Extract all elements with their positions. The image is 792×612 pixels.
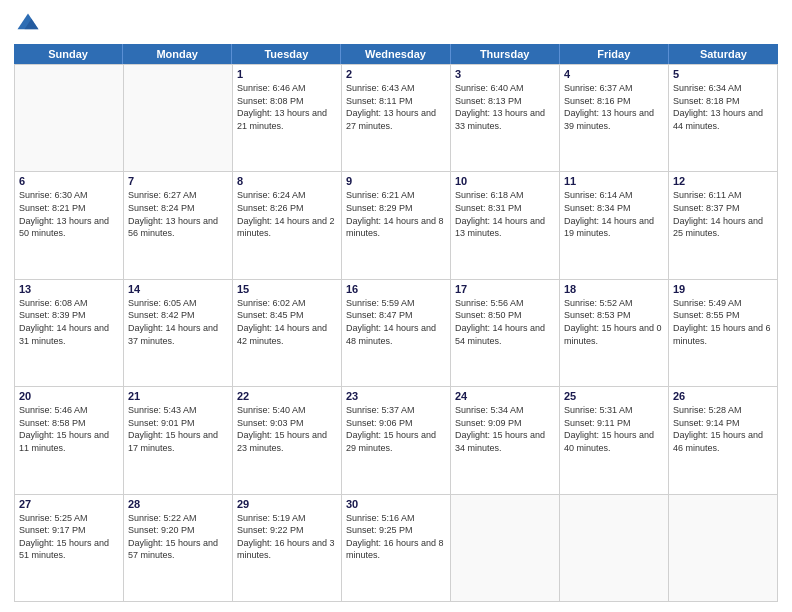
day-info: Sunrise: 6:43 AM Sunset: 8:11 PM Dayligh… xyxy=(346,82,446,132)
day-info: Sunrise: 5:22 AM Sunset: 9:20 PM Dayligh… xyxy=(128,512,228,562)
day-cell-28: 28Sunrise: 5:22 AM Sunset: 9:20 PM Dayli… xyxy=(124,495,233,602)
day-info: Sunrise: 5:40 AM Sunset: 9:03 PM Dayligh… xyxy=(237,404,337,454)
day-cell-10: 10Sunrise: 6:18 AM Sunset: 8:31 PM Dayli… xyxy=(451,172,560,279)
day-info: Sunrise: 6:24 AM Sunset: 8:26 PM Dayligh… xyxy=(237,189,337,239)
day-cell-26: 26Sunrise: 5:28 AM Sunset: 9:14 PM Dayli… xyxy=(669,387,778,494)
day-cell-5: 5Sunrise: 6:34 AM Sunset: 8:18 PM Daylig… xyxy=(669,65,778,172)
calendar-body: 1Sunrise: 6:46 AM Sunset: 8:08 PM Daylig… xyxy=(14,64,778,602)
day-info: Sunrise: 6:14 AM Sunset: 8:34 PM Dayligh… xyxy=(564,189,664,239)
day-info: Sunrise: 5:49 AM Sunset: 8:55 PM Dayligh… xyxy=(673,297,773,347)
day-info: Sunrise: 5:46 AM Sunset: 8:58 PM Dayligh… xyxy=(19,404,119,454)
day-info: Sunrise: 6:05 AM Sunset: 8:42 PM Dayligh… xyxy=(128,297,228,347)
empty-cell xyxy=(124,65,233,172)
day-info: Sunrise: 6:34 AM Sunset: 8:18 PM Dayligh… xyxy=(673,82,773,132)
day-number: 15 xyxy=(237,283,337,295)
day-info: Sunrise: 5:52 AM Sunset: 8:53 PM Dayligh… xyxy=(564,297,664,347)
day-number: 25 xyxy=(564,390,664,402)
day-info: Sunrise: 6:37 AM Sunset: 8:16 PM Dayligh… xyxy=(564,82,664,132)
day-number: 10 xyxy=(455,175,555,187)
day-number: 24 xyxy=(455,390,555,402)
day-info: Sunrise: 5:59 AM Sunset: 8:47 PM Dayligh… xyxy=(346,297,446,347)
day-info: Sunrise: 6:21 AM Sunset: 8:29 PM Dayligh… xyxy=(346,189,446,239)
day-number: 4 xyxy=(564,68,664,80)
day-number: 18 xyxy=(564,283,664,295)
day-info: Sunrise: 6:02 AM Sunset: 8:45 PM Dayligh… xyxy=(237,297,337,347)
day-cell-8: 8Sunrise: 6:24 AM Sunset: 8:26 PM Daylig… xyxy=(233,172,342,279)
day-number: 19 xyxy=(673,283,773,295)
day-number: 14 xyxy=(128,283,228,295)
day-info: Sunrise: 5:37 AM Sunset: 9:06 PM Dayligh… xyxy=(346,404,446,454)
header-day-sunday: Sunday xyxy=(14,44,123,64)
empty-cell xyxy=(560,495,669,602)
day-cell-27: 27Sunrise: 5:25 AM Sunset: 9:17 PM Dayli… xyxy=(15,495,124,602)
day-cell-15: 15Sunrise: 6:02 AM Sunset: 8:45 PM Dayli… xyxy=(233,280,342,387)
empty-cell xyxy=(451,495,560,602)
header-day-friday: Friday xyxy=(560,44,669,64)
day-cell-1: 1Sunrise: 6:46 AM Sunset: 8:08 PM Daylig… xyxy=(233,65,342,172)
day-info: Sunrise: 5:56 AM Sunset: 8:50 PM Dayligh… xyxy=(455,297,555,347)
day-number: 23 xyxy=(346,390,446,402)
day-number: 20 xyxy=(19,390,119,402)
day-cell-24: 24Sunrise: 5:34 AM Sunset: 9:09 PM Dayli… xyxy=(451,387,560,494)
day-number: 1 xyxy=(237,68,337,80)
day-cell-29: 29Sunrise: 5:19 AM Sunset: 9:22 PM Dayli… xyxy=(233,495,342,602)
day-cell-23: 23Sunrise: 5:37 AM Sunset: 9:06 PM Dayli… xyxy=(342,387,451,494)
day-cell-21: 21Sunrise: 5:43 AM Sunset: 9:01 PM Dayli… xyxy=(124,387,233,494)
day-number: 9 xyxy=(346,175,446,187)
day-cell-18: 18Sunrise: 5:52 AM Sunset: 8:53 PM Dayli… xyxy=(560,280,669,387)
day-number: 28 xyxy=(128,498,228,510)
day-cell-13: 13Sunrise: 6:08 AM Sunset: 8:39 PM Dayli… xyxy=(15,280,124,387)
day-number: 30 xyxy=(346,498,446,510)
day-info: Sunrise: 5:19 AM Sunset: 9:22 PM Dayligh… xyxy=(237,512,337,562)
day-number: 12 xyxy=(673,175,773,187)
day-cell-9: 9Sunrise: 6:21 AM Sunset: 8:29 PM Daylig… xyxy=(342,172,451,279)
day-number: 11 xyxy=(564,175,664,187)
empty-cell xyxy=(15,65,124,172)
day-cell-6: 6Sunrise: 6:30 AM Sunset: 8:21 PM Daylig… xyxy=(15,172,124,279)
day-cell-22: 22Sunrise: 5:40 AM Sunset: 9:03 PM Dayli… xyxy=(233,387,342,494)
day-cell-4: 4Sunrise: 6:37 AM Sunset: 8:16 PM Daylig… xyxy=(560,65,669,172)
day-number: 3 xyxy=(455,68,555,80)
day-number: 22 xyxy=(237,390,337,402)
day-number: 21 xyxy=(128,390,228,402)
day-info: Sunrise: 5:31 AM Sunset: 9:11 PM Dayligh… xyxy=(564,404,664,454)
header-day-wednesday: Wednesday xyxy=(341,44,450,64)
day-number: 2 xyxy=(346,68,446,80)
day-number: 26 xyxy=(673,390,773,402)
day-cell-2: 2Sunrise: 6:43 AM Sunset: 8:11 PM Daylig… xyxy=(342,65,451,172)
header-day-monday: Monday xyxy=(123,44,232,64)
day-number: 13 xyxy=(19,283,119,295)
header-day-tuesday: Tuesday xyxy=(232,44,341,64)
day-cell-25: 25Sunrise: 5:31 AM Sunset: 9:11 PM Dayli… xyxy=(560,387,669,494)
day-info: Sunrise: 6:18 AM Sunset: 8:31 PM Dayligh… xyxy=(455,189,555,239)
day-cell-17: 17Sunrise: 5:56 AM Sunset: 8:50 PM Dayli… xyxy=(451,280,560,387)
calendar-header: SundayMondayTuesdayWednesdayThursdayFrid… xyxy=(14,44,778,64)
day-cell-11: 11Sunrise: 6:14 AM Sunset: 8:34 PM Dayli… xyxy=(560,172,669,279)
calendar: SundayMondayTuesdayWednesdayThursdayFrid… xyxy=(14,44,778,602)
day-info: Sunrise: 5:16 AM Sunset: 9:25 PM Dayligh… xyxy=(346,512,446,562)
day-number: 29 xyxy=(237,498,337,510)
day-number: 17 xyxy=(455,283,555,295)
day-info: Sunrise: 6:27 AM Sunset: 8:24 PM Dayligh… xyxy=(128,189,228,239)
day-cell-16: 16Sunrise: 5:59 AM Sunset: 8:47 PM Dayli… xyxy=(342,280,451,387)
day-number: 7 xyxy=(128,175,228,187)
day-cell-3: 3Sunrise: 6:40 AM Sunset: 8:13 PM Daylig… xyxy=(451,65,560,172)
day-info: Sunrise: 5:43 AM Sunset: 9:01 PM Dayligh… xyxy=(128,404,228,454)
day-info: Sunrise: 6:11 AM Sunset: 8:37 PM Dayligh… xyxy=(673,189,773,239)
header-day-saturday: Saturday xyxy=(669,44,778,64)
logo xyxy=(14,10,46,38)
day-cell-20: 20Sunrise: 5:46 AM Sunset: 8:58 PM Dayli… xyxy=(15,387,124,494)
day-info: Sunrise: 6:40 AM Sunset: 8:13 PM Dayligh… xyxy=(455,82,555,132)
day-info: Sunrise: 5:28 AM Sunset: 9:14 PM Dayligh… xyxy=(673,404,773,454)
day-number: 5 xyxy=(673,68,773,80)
day-info: Sunrise: 5:25 AM Sunset: 9:17 PM Dayligh… xyxy=(19,512,119,562)
day-number: 16 xyxy=(346,283,446,295)
day-number: 6 xyxy=(19,175,119,187)
logo-icon xyxy=(14,10,42,38)
day-cell-14: 14Sunrise: 6:05 AM Sunset: 8:42 PM Dayli… xyxy=(124,280,233,387)
day-cell-12: 12Sunrise: 6:11 AM Sunset: 8:37 PM Dayli… xyxy=(669,172,778,279)
day-info: Sunrise: 5:34 AM Sunset: 9:09 PM Dayligh… xyxy=(455,404,555,454)
day-number: 8 xyxy=(237,175,337,187)
day-info: Sunrise: 6:46 AM Sunset: 8:08 PM Dayligh… xyxy=(237,82,337,132)
day-cell-7: 7Sunrise: 6:27 AM Sunset: 8:24 PM Daylig… xyxy=(124,172,233,279)
